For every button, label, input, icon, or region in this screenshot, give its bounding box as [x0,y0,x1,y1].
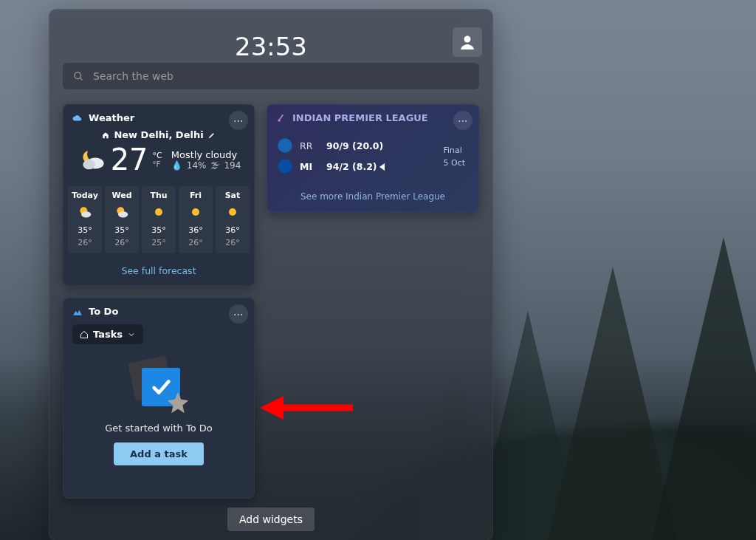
forecast-high: 36° [179,225,213,235]
svg-point-12 [118,211,128,217]
team-logo [278,159,292,174]
home-icon [102,131,109,139]
aqi-icon: 🌫 [210,160,219,171]
team-abbr: RR [300,140,319,151]
forecast-low: 26° [68,238,102,247]
svg-point-10 [81,211,91,217]
weather-widget[interactable]: ⋯ Weather New Delhi, Delhi 27 [63,104,255,286]
forecast-day[interactable]: Thu35°25° [142,186,176,253]
forecast-low: 26° [216,238,250,247]
add-widgets-button[interactable]: Add widgets [227,507,315,531]
todo-list-selector[interactable]: Tasks [72,324,143,344]
forecast-day-icon [225,205,240,219]
weather-more-button[interactable]: ⋯ [229,111,248,130]
svg-point-14 [192,208,199,216]
forecast-low: 26° [179,238,213,247]
weather-title: Weather [89,112,134,123]
forecast-high: 35° [68,225,102,235]
forecast-day[interactable]: Sat36°26° [216,186,250,253]
clock-time: 23:53 [49,32,492,61]
svg-marker-2 [650,237,756,540]
svg-marker-1 [546,267,679,540]
forecast-day-name: Thu [142,191,176,200]
weather-condition: Mostly cloudy [171,149,241,160]
profile-button[interactable] [453,27,482,57]
forecast-day-name: Today [68,191,102,200]
match-scoreboard: RR90/9 (20.0)MI94/2 (8.2)Final5 Oct [267,131,478,184]
svg-point-5 [75,72,81,78]
forecast-day-icon [151,205,166,219]
star-icon [165,390,190,418]
home-icon [80,330,89,339]
search-icon [73,71,84,82]
chevron-down-icon [127,330,136,339]
forecast-low: 26° [105,238,139,247]
todo-widget[interactable]: ⋯ To Do Tasks Get started with [63,298,255,499]
search-input[interactable] [92,69,469,83]
todo-empty-text: Get started with To Do [105,423,212,434]
team-row: RR90/9 (20.0) [278,135,468,156]
sports-widget[interactable]: ⋯ INDIAN PREMIER LEAGUE RR90/9 (20.0)MI9… [267,104,479,213]
todo-empty-illustration [127,358,190,414]
weather-aqi: 194 [224,160,241,171]
sports-more-link[interactable]: See more Indian Premier League [267,184,478,212]
todo-icon [72,307,83,317]
edit-icon[interactable] [208,131,216,139]
forecast-day-name: Fri [179,191,213,200]
forecast-day-name: Wed [105,191,139,200]
svg-line-6 [80,78,82,80]
forecast-day-name: Sat [216,191,250,200]
sports-more-button[interactable]: ⋯ [453,111,472,130]
cricket-icon [276,113,286,123]
todo-list-name: Tasks [93,329,123,340]
weather-unit-toggle[interactable]: °C °F [153,151,162,168]
todo-more-button[interactable]: ⋯ [229,304,248,324]
user-icon [458,33,476,51]
weather-temp: 27 [111,145,148,174]
weather-condition-icon [77,145,106,174]
humidity-icon: 💧 [171,160,182,171]
forecast-day-icon [188,205,203,219]
weather-humidity: 14% [187,160,207,171]
forecast-row: Today35°26°Wed35°26°Thu35°25°Fri36°26°Sa… [63,182,254,259]
forecast-high: 36° [216,225,250,235]
team-score: 90/9 (20.0) [326,140,468,151]
forecast-low: 25° [142,238,176,247]
forecast-day[interactable]: Wed35°26° [105,186,139,253]
search-bar[interactable] [63,63,479,89]
svg-point-15 [229,208,236,216]
team-row: MI94/2 (8.2) [278,156,468,177]
svg-point-13 [155,208,162,216]
forecast-day-icon [78,205,92,219]
team-score: 94/2 (8.2) [326,161,468,172]
forecast-day[interactable]: Fri36°26° [179,186,213,253]
batting-indicator-icon [379,163,385,171]
forecast-high: 35° [142,225,176,235]
svg-rect-17 [279,114,284,120]
weather-forecast-link[interactable]: See full forecast [63,259,254,285]
forecast-day-icon [114,205,129,219]
add-task-button[interactable]: Add a task [114,442,204,465]
todo-title: To Do [89,306,118,317]
weather-location: New Delhi, Delhi [114,129,203,140]
forecast-high: 35° [105,225,139,235]
weather-icon [72,113,83,123]
team-logo [278,138,292,153]
widgets-panel: 23:53 ⋯ Weather New Delhi, Delhi [49,9,493,540]
svg-point-8 [83,160,95,169]
team-abbr: MI [300,161,319,172]
sports-title: INDIAN PREMIER LEAGUE [292,112,428,123]
svg-point-4 [464,36,471,43]
forecast-day[interactable]: Today35°26° [68,186,102,253]
